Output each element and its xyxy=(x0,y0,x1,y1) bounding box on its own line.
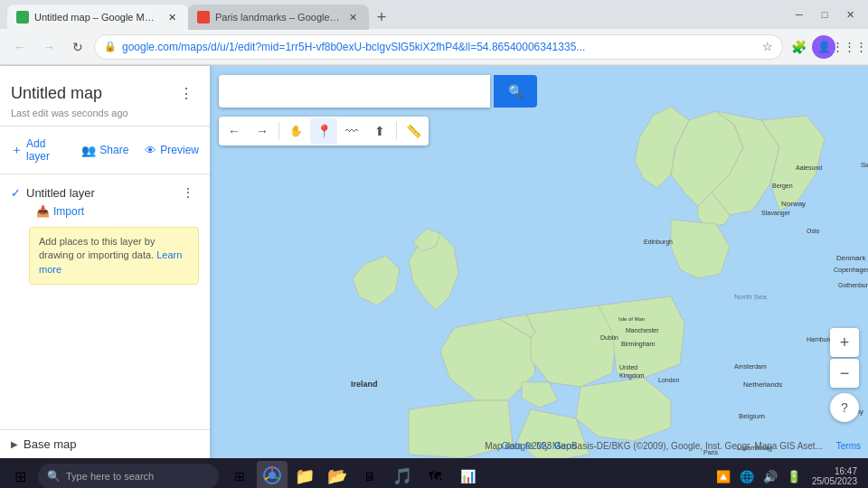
import-label: Import xyxy=(53,205,84,218)
import-button[interactable]: 📥 Import xyxy=(29,203,199,220)
folder-button[interactable]: 📂 xyxy=(322,461,353,488)
svg-text:Bergen: Bergen xyxy=(772,183,793,190)
zoom-out-button[interactable]: − xyxy=(830,359,859,388)
new-tab-button[interactable]: + xyxy=(369,5,394,30)
tab2-title: Paris landmarks – Google My Ma... xyxy=(215,12,340,23)
svg-text:Dublin: Dublin xyxy=(600,334,618,341)
svg-text:Gothenburg: Gothenburg xyxy=(838,282,868,289)
map-toolbar: ← → ✋ 📍 〰 ⬆ 📏 xyxy=(219,117,429,145)
svg-text:Hamburg: Hamburg xyxy=(807,336,833,343)
chrome-taskbar-button[interactable] xyxy=(257,461,288,488)
windows-icon: ⊞ xyxy=(14,468,26,485)
bookmark-icon[interactable]: ☆ xyxy=(762,40,773,53)
add-marker-button[interactable]: 📍 xyxy=(310,118,337,144)
layer-hint-text: Add places to this layer by drawing or i… xyxy=(39,236,155,260)
svg-text:Ireland: Ireland xyxy=(351,380,378,389)
system-tray: 🔼 🌐 🔊 🔋 xyxy=(712,465,805,487)
tab2-close-icon[interactable]: ✕ xyxy=(345,10,360,24)
svg-text:Belgium: Belgium xyxy=(739,412,765,420)
taskbar-search[interactable]: 🔍 Type here to search xyxy=(38,464,219,488)
svg-text:Oslo: Oslo xyxy=(807,228,820,234)
task-view-button[interactable]: ⊞ xyxy=(224,461,255,488)
draw-line-button[interactable]: 〰 xyxy=(338,118,365,144)
add-directions-button[interactable]: ⬆ xyxy=(366,118,393,144)
address-bar[interactable]: 🔒 google.com/maps/d/u/1/edit?mid=1rr5H-v… xyxy=(94,34,783,60)
tray-up-icon[interactable]: 🔼 xyxy=(712,465,734,487)
select-tool-button[interactable]: ✋ xyxy=(282,118,309,144)
map-search-input[interactable] xyxy=(219,75,490,108)
base-map-arrow-icon: ▶ xyxy=(11,439,18,449)
add-layer-label: Add layer xyxy=(26,137,65,163)
zoom-in-button[interactable]: + xyxy=(830,328,859,357)
tab1-favicon xyxy=(16,11,29,23)
share-button[interactable]: 👥 Share xyxy=(74,140,136,161)
undo-button[interactable]: ← xyxy=(221,118,248,144)
measure-button[interactable]: 📏 xyxy=(400,118,427,144)
app1-button[interactable]: 📊 xyxy=(452,461,483,488)
taskbar-search-icon: 🔍 xyxy=(47,470,61,483)
volume-icon[interactable]: 🔊 xyxy=(760,465,781,487)
tab-paris-landmarks[interactable]: Paris landmarks – Google My Ma... ✕ xyxy=(188,5,369,30)
nav-bar: ← → ↻ 🔒 google.com/maps/d/u/1/edit?mid=1… xyxy=(0,29,868,65)
tab2-favicon xyxy=(197,11,210,23)
map-search-button[interactable]: 🔍 xyxy=(494,75,537,108)
svg-text:Stavanger: Stavanger xyxy=(761,210,791,217)
layer-hint: Add places to this layer by drawing or i… xyxy=(29,227,199,285)
svg-text:Manchester: Manchester xyxy=(626,327,659,333)
system-clock[interactable]: 16:47 25/05/2023 xyxy=(808,466,861,486)
tab-untitled-map[interactable]: Untitled map – Google My Maps ✕ xyxy=(7,5,188,30)
redo-button[interactable]: → xyxy=(249,118,276,144)
apps-grid-icon[interactable]: ⋮⋮⋮ xyxy=(837,35,861,59)
start-button[interactable]: ⊞ xyxy=(4,460,36,488)
terminal-button[interactable]: 🖥 xyxy=(354,461,385,488)
music-button[interactable]: 🎵 xyxy=(387,461,418,488)
add-layer-button[interactable]: ＋ Add layer xyxy=(4,134,72,166)
preview-button[interactable]: 👁 Preview xyxy=(137,140,206,161)
svg-text:Norway: Norway xyxy=(781,200,806,208)
map-canvas[interactable]: Edinburgh Dublin Isle of Man Manchester … xyxy=(210,66,868,458)
close-button[interactable]: ✕ xyxy=(839,4,861,25)
sidebar-actions: ＋ Add layer 👥 Share 👁 Preview xyxy=(0,127,210,174)
toolbar-separator-1 xyxy=(278,122,279,140)
preview-label: Preview xyxy=(160,144,199,156)
forward-button[interactable]: → xyxy=(36,34,61,60)
map-search-bar: 🔍 xyxy=(219,75,537,108)
map-help-button[interactable]: ? xyxy=(830,393,859,422)
taskbar: ⊞ 🔍 Type here to search ⊞ 📁 📂 🖥 🎵 🗺 📊 🔼 … xyxy=(0,458,868,488)
network-icon[interactable]: 🌐 xyxy=(736,465,758,487)
svg-text:London: London xyxy=(658,377,679,383)
svg-text:Birmingham: Birmingham xyxy=(621,341,656,348)
address-text: google.com/maps/d/u/1/edit?mid=1rr5H-vf8… xyxy=(122,41,757,53)
browser-chrome: Untitled map – Google My Maps ✕ Paris la… xyxy=(0,0,868,66)
reload-button[interactable]: ↻ xyxy=(65,34,90,60)
taskbar-right: 🔼 🌐 🔊 🔋 16:47 25/05/2023 xyxy=(712,465,864,487)
battery-icon[interactable]: 🔋 xyxy=(783,465,805,487)
svg-text:United: United xyxy=(619,364,637,371)
svg-text:Edinburgh: Edinburgh xyxy=(644,239,673,246)
map-area[interactable]: Edinburgh Dublin Isle of Man Manchester … xyxy=(210,66,868,458)
minimize-button[interactable]: ─ xyxy=(788,4,810,25)
map-credits: Map data ©2023 GeoBasis-DE/BKG (©2009), … xyxy=(485,441,823,451)
import-icon: 📥 xyxy=(36,205,50,218)
layer-checkbox[interactable]: ✓ xyxy=(11,186,21,200)
maps-taskbar-button[interactable]: 🗺 xyxy=(420,461,450,488)
extensions-icon[interactable]: 🧩 xyxy=(787,35,810,59)
base-map-section[interactable]: ▶ Base map xyxy=(0,429,210,458)
file-explorer-button[interactable]: 📁 xyxy=(289,461,320,488)
preview-icon: 👁 xyxy=(145,144,156,157)
sidebar-menu-button[interactable]: ⋮ xyxy=(174,80,199,106)
map-terms[interactable]: Terms xyxy=(836,441,861,451)
svg-text:North Sea: North Sea xyxy=(734,293,768,301)
title-bar: Untitled map – Google My Maps ✕ Paris la… xyxy=(0,0,868,29)
taskbar-search-placeholder: Type here to search xyxy=(66,471,154,482)
svg-text:Sweden: Sweden xyxy=(861,161,868,169)
back-button[interactable]: ← xyxy=(7,34,33,60)
svg-text:Aalesund: Aalesund xyxy=(796,164,822,171)
map-controls: + − ? xyxy=(830,328,859,422)
layer-menu-button[interactable]: ⋮ xyxy=(177,182,199,203)
maximize-button[interactable]: □ xyxy=(814,4,835,25)
sidebar: Untitled map ⋮ Last edit was seconds ago… xyxy=(0,66,210,458)
tab1-close-icon[interactable]: ✕ xyxy=(165,10,179,24)
base-map-label: Base map xyxy=(24,437,77,451)
window-controls: ─ □ ✕ xyxy=(788,4,861,25)
